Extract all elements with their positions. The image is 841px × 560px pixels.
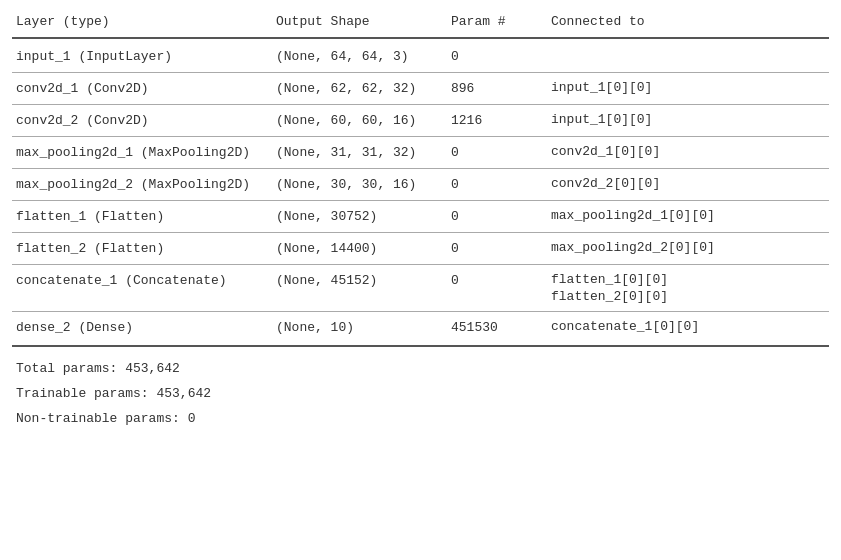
total-params: Total params: 453,642 [12, 357, 829, 382]
cell-output-shape: (None, 10) [272, 318, 447, 337]
cell-layer: concatenate_1 (Concatenate) [12, 271, 272, 305]
cell-params: 0 [447, 143, 547, 162]
connected-entry: conv2d_1[0][0] [547, 143, 829, 160]
cell-params: 0 [447, 47, 547, 66]
cell-output-shape: (None, 64, 64, 3) [272, 47, 447, 66]
header-layer: Layer (type) [12, 12, 272, 31]
cell-connected: max_pooling2d_1[0][0] [547, 207, 829, 226]
non-trainable-params: Non-trainable params: 0 [12, 407, 829, 432]
table-header: Layer (type) Output Shape Param # Connec… [12, 8, 829, 35]
cell-layer: dense_2 (Dense) [12, 318, 272, 337]
connected-entry: input_1[0][0] [547, 79, 829, 96]
cell-connected: concatenate_1[0][0] [547, 318, 829, 337]
header-param: Param # [447, 12, 547, 31]
cell-layer: conv2d_1 (Conv2D) [12, 79, 272, 98]
cell-layer: max_pooling2d_2 (MaxPooling2D) [12, 175, 272, 194]
connected-entry [547, 47, 829, 49]
cell-params: 0 [447, 239, 547, 258]
cell-params: 896 [447, 79, 547, 98]
model-summary-table: Layer (type) Output Shape Param # Connec… [12, 8, 829, 435]
top-double-separator [12, 37, 829, 39]
table-row: max_pooling2d_1 (MaxPooling2D)(None, 31,… [12, 137, 829, 168]
cell-output-shape: (None, 60, 60, 16) [272, 111, 447, 130]
table-row: dense_2 (Dense)(None, 10)451530concatena… [12, 312, 829, 343]
connected-entry: concatenate_1[0][0] [547, 318, 829, 335]
table-row: conv2d_2 (Conv2D)(None, 60, 60, 16)1216i… [12, 105, 829, 136]
cell-layer: input_1 (InputLayer) [12, 47, 272, 66]
cell-output-shape: (None, 62, 62, 32) [272, 79, 447, 98]
cell-connected [547, 47, 829, 66]
cell-layer: flatten_1 (Flatten) [12, 207, 272, 226]
connected-entry: input_1[0][0] [547, 111, 829, 128]
cell-layer: flatten_2 (Flatten) [12, 239, 272, 258]
cell-output-shape: (None, 31, 31, 32) [272, 143, 447, 162]
cell-params: 0 [447, 207, 547, 226]
connected-entry: max_pooling2d_1[0][0] [547, 207, 829, 224]
table-row: flatten_1 (Flatten)(None, 30752)0max_poo… [12, 201, 829, 232]
cell-connected: flatten_1[0][0]flatten_2[0][0] [547, 271, 829, 305]
cell-output-shape: (None, 45152) [272, 271, 447, 305]
connected-entry: flatten_1[0][0] [547, 271, 829, 288]
cell-output-shape: (None, 14400) [272, 239, 447, 258]
header-connected: Connected to [547, 12, 829, 31]
cell-params: 451530 [447, 318, 547, 337]
connected-entry: max_pooling2d_2[0][0] [547, 239, 829, 256]
header-output-shape: Output Shape [272, 12, 447, 31]
cell-connected: conv2d_1[0][0] [547, 143, 829, 162]
table-row: max_pooling2d_2 (MaxPooling2D)(None, 30,… [12, 169, 829, 200]
table-row: input_1 (InputLayer)(None, 64, 64, 3)0 [12, 41, 829, 72]
connected-entry: flatten_2[0][0] [547, 288, 829, 305]
cell-params: 0 [447, 175, 547, 194]
trainable-params: Trainable params: 453,642 [12, 382, 829, 407]
cell-connected: input_1[0][0] [547, 111, 829, 130]
table-row: concatenate_1 (Concatenate)(None, 45152)… [12, 265, 829, 311]
cell-output-shape: (None, 30752) [272, 207, 447, 226]
cell-layer: max_pooling2d_1 (MaxPooling2D) [12, 143, 272, 162]
cell-params: 0 [447, 271, 547, 305]
cell-connected: conv2d_2[0][0] [547, 175, 829, 194]
table-row: conv2d_1 (Conv2D)(None, 62, 62, 32)896in… [12, 73, 829, 104]
cell-output-shape: (None, 30, 30, 16) [272, 175, 447, 194]
cell-layer: conv2d_2 (Conv2D) [12, 111, 272, 130]
bottom-double-separator [12, 345, 829, 347]
cell-params: 1216 [447, 111, 547, 130]
cell-connected: max_pooling2d_2[0][0] [547, 239, 829, 258]
table-body: input_1 (InputLayer)(None, 64, 64, 3)0co… [12, 41, 829, 343]
table-row: flatten_2 (Flatten)(None, 14400)0max_poo… [12, 233, 829, 264]
connected-entry: conv2d_2[0][0] [547, 175, 829, 192]
cell-connected: input_1[0][0] [547, 79, 829, 98]
summary-section: Total params: 453,642 Trainable params: … [12, 353, 829, 435]
